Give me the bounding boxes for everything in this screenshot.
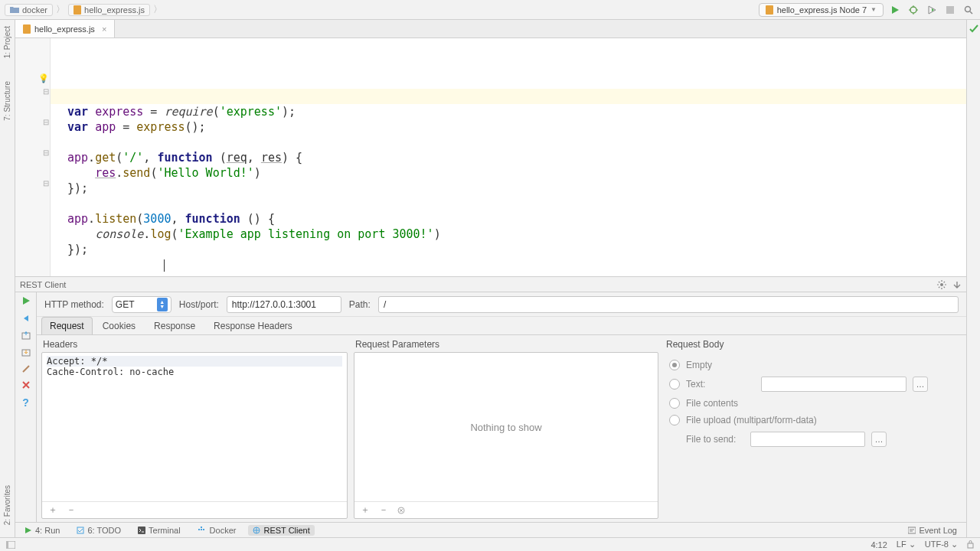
tab-docker[interactable]: Docker — [193, 525, 241, 536]
editor-tab-hello-express[interactable]: hello_express.js × — [15, 20, 115, 37]
status-bar: 4:12 LF ⌄ UTF-8 ⌄ — [0, 537, 980, 551]
body-empty-label: Empty — [686, 360, 712, 370]
run-config-dropdown[interactable]: hello_express.js Node 7 ▼ — [759, 3, 884, 17]
bottom-tool-tabs: 4: Run 6: TODO Terminal Docker REST Clie… — [15, 522, 966, 537]
body-fileupload-radio[interactable] — [669, 415, 680, 425]
top-bar: docker 〉 hello_express.js 〉 hello_expres… — [0, 0, 980, 20]
encoding[interactable]: UTF-8 ⌄ — [925, 540, 958, 549]
rest-side-toolbar: ? — [15, 292, 37, 522]
right-tool-strip — [966, 20, 980, 537]
fn: send — [122, 166, 150, 180]
tab-label: Docker — [210, 526, 237, 535]
editor-tab-label: hello_express.js — [34, 24, 95, 34]
remove-param-icon[interactable]: － — [379, 504, 388, 517]
run-button[interactable] — [888, 3, 902, 17]
js-file-icon — [23, 24, 31, 34]
add-header-icon[interactable]: ＋ — [48, 504, 57, 517]
fn: require — [164, 105, 212, 119]
file-to-send-input[interactable] — [750, 432, 865, 447]
remove-header-icon[interactable]: － — [67, 504, 76, 517]
tab-label: Event Log — [919, 526, 957, 535]
history-back-icon[interactable] — [21, 314, 31, 323]
host-input[interactable] — [227, 296, 341, 313]
clear-params-icon[interactable] — [397, 507, 405, 514]
svg-rect-15 — [201, 527, 202, 528]
select-stepper-icon: ▲▼ — [157, 298, 168, 311]
help-icon[interactable]: ? — [22, 396, 29, 409]
editor-gutter[interactable]: ⊟ ⊟ ⊟ ⊟ 💡 — [15, 38, 51, 276]
configure-icon[interactable] — [21, 364, 31, 373]
chevron-down-icon: ▼ — [871, 6, 877, 13]
export-request-icon[interactable] — [21, 331, 31, 340]
rest-tabs: Request Cookies Response Response Header… — [37, 317, 966, 335]
lock-icon[interactable] — [967, 540, 974, 549]
debug-button[interactable] — [906, 3, 920, 17]
sidebar-tab-project[interactable]: 1: Project — [3, 26, 11, 58]
sidebar-tab-favorites[interactable]: 2: Favorites — [3, 485, 11, 525]
fold-icon[interactable]: ⊟ — [43, 179, 49, 187]
fn: log — [150, 227, 171, 241]
rest-url-row: HTTP method: GET ▲▼ Host/port: Path: — [37, 292, 966, 317]
stop-button[interactable] — [943, 3, 957, 17]
fn: express — [136, 120, 185, 134]
tab-run[interactable]: 4: Run — [20, 525, 64, 536]
kw: function — [157, 151, 212, 165]
breadcrumb-folder-label: docker — [22, 5, 47, 15]
tab-label: Terminal — [149, 526, 181, 535]
intention-bulb-icon[interactable]: 💡 — [38, 73, 49, 83]
send-request-icon[interactable] — [21, 295, 31, 306]
headers-list[interactable]: Accept: */* Cache-Control: no-cache — [42, 353, 347, 501]
body-text-expand-button[interactable]: … — [913, 377, 928, 392]
fold-icon[interactable]: ⊟ — [43, 87, 49, 96]
path-input[interactable] — [378, 296, 959, 313]
body-filecontents-radio[interactable] — [669, 398, 680, 409]
id: app — [95, 120, 116, 134]
svg-point-2 — [910, 7, 916, 13]
file-browse-button[interactable]: … — [871, 432, 887, 447]
folder-icon — [10, 6, 19, 14]
analysis-status-icon[interactable] — [969, 24, 978, 34]
svg-rect-20 — [968, 543, 973, 548]
rest-request-content: Headers Accept: */* Cache-Control: no-ca… — [37, 335, 966, 522]
tab-todo[interactable]: 6: TODO — [72, 525, 126, 536]
tab-label: 6: TODO — [87, 526, 121, 535]
tab-cookies[interactable]: Cookies — [94, 317, 144, 334]
sidebar-tab-structure[interactable]: 7: Structure — [3, 81, 11, 121]
hide-panel-icon[interactable] — [952, 280, 962, 289]
body-title: Request Body — [665, 337, 962, 352]
breadcrumb-file[interactable]: hello_express.js — [68, 4, 150, 16]
tab-terminal[interactable]: Terminal — [133, 525, 185, 536]
close-tab-icon[interactable]: × — [99, 24, 106, 34]
editor: hello_express.js × ⊟ ⊟ ⊟ ⊟ 💡 var express… — [15, 20, 966, 277]
fold-icon[interactable]: ⊟ — [43, 148, 49, 157]
search-everywhere-button[interactable] — [962, 3, 975, 17]
tab-rest-client[interactable]: REST Client — [248, 525, 314, 536]
add-param-icon[interactable]: ＋ — [361, 504, 370, 517]
breadcrumb-folder[interactable]: docker — [5, 4, 53, 16]
tab-event-log[interactable]: Event Log — [903, 525, 962, 536]
param: req — [227, 151, 247, 165]
body-text-input[interactable] — [761, 377, 906, 392]
svg-rect-13 — [201, 529, 202, 530]
tab-response-headers[interactable]: Response Headers — [205, 317, 301, 334]
import-request-icon[interactable] — [21, 347, 31, 357]
caret-position[interactable]: 4:12 — [871, 540, 887, 549]
coverage-button[interactable] — [925, 3, 939, 17]
body-empty-radio[interactable] — [669, 360, 680, 370]
http-method-select[interactable]: GET ▲▼ — [112, 296, 172, 313]
kw: var — [67, 120, 88, 134]
remove-icon[interactable] — [22, 381, 30, 389]
body-text-radio[interactable] — [669, 379, 680, 390]
header-row[interactable]: Cache-Control: no-cache — [47, 367, 342, 377]
event-log-icon — [908, 527, 916, 534]
tab-label: Response — [154, 321, 195, 331]
code-area[interactable]: var express = require('express'); var ap… — [51, 38, 966, 276]
toggle-tool-windows-icon[interactable] — [6, 541, 15, 549]
left-tool-strip: 1: Project 7: Structure 2: Favorites — [0, 20, 15, 537]
fold-icon[interactable]: ⊟ — [43, 118, 49, 126]
tab-response[interactable]: Response — [145, 317, 204, 334]
line-separator[interactable]: LF ⌄ — [897, 540, 916, 549]
tab-label: Cookies — [103, 321, 136, 331]
tab-request[interactable]: Request — [41, 317, 93, 334]
header-row[interactable]: Accept: */* — [47, 356, 342, 367]
